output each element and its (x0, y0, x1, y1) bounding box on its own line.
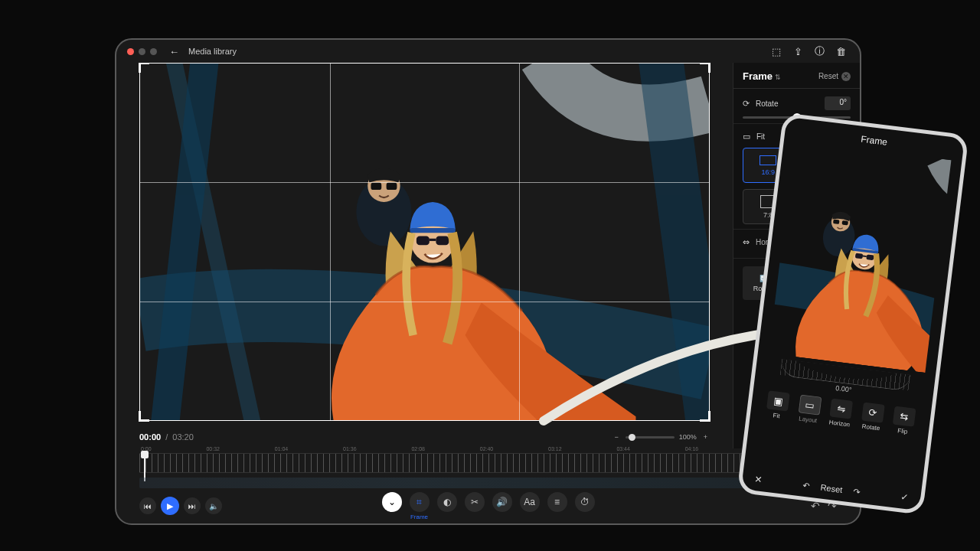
timeline-labels: 0:0000:3201:0401:3602:0802:4003:1203:440… (139, 446, 837, 452)
phone-fit-tool[interactable]: ▣ Fit (761, 390, 795, 422)
crop-handle-top-right[interactable] (700, 63, 710, 73)
zoom-out-button[interactable]: − (612, 433, 620, 441)
tool-palette: ⌄ ⌗ Frame ◐ ✂ 🔊 Aa ≡ ⏱ (382, 492, 595, 520)
download-icon[interactable]: ⬚ (768, 43, 785, 60)
rotate-label: Rotate (756, 99, 818, 108)
next-button[interactable]: ⏭ (184, 497, 201, 514)
tools-chevron-icon[interactable]: ⌄ (382, 492, 402, 512)
play-button[interactable]: ▶ (161, 497, 179, 515)
phone-reset-button[interactable]: Reset (820, 483, 843, 494)
bottom-toolbar: ⏮ ▶ ⏭ 🔈 ⌄ ⌗ Frame ◐ ✂ 🔊 Aa ≡ ⏱ ↶ ↷ (116, 488, 860, 523)
transport-bar: 00:00 / 03:20 − 100% + (139, 429, 710, 445)
crop-handle-bottom-left[interactable] (139, 411, 149, 422)
clip-strip[interactable] (139, 478, 837, 488)
timeline-ruler[interactable]: 0:0000:3201:0401:3602:0802:4003:1203:440… (139, 453, 837, 473)
playhead[interactable] (141, 451, 149, 481)
zoom-value: 100% (679, 433, 697, 441)
back-button[interactable]: ← (169, 46, 179, 57)
close-icon[interactable]: ✕ (841, 72, 851, 81)
horizon-icon: ⇔ (743, 237, 750, 247)
timeline-mark: 01:04 (275, 446, 289, 452)
timeline-mark: 02:40 (480, 446, 494, 452)
sidebar-title: Frame (743, 70, 773, 82)
fit-icon: ▭ (743, 132, 750, 142)
adjust-tool-button[interactable]: ≡ (547, 492, 567, 512)
phone-preview-canvas[interactable] (769, 141, 952, 373)
crop-handle-bottom-right[interactable] (700, 411, 710, 422)
sort-icon[interactable]: ⇅ (775, 73, 781, 81)
share-icon[interactable]: ⇪ (789, 43, 806, 60)
window-minimize-icon[interactable] (139, 48, 145, 55)
preview-canvas[interactable] (139, 63, 710, 421)
timeline-mark: 00:32 (206, 446, 220, 452)
text-tool-button[interactable]: Aa (520, 492, 540, 512)
timeline-mark: 04:16 (685, 446, 699, 452)
time-duration: 03:20 (172, 432, 194, 442)
crop-handle-top-left[interactable] (139, 63, 149, 73)
timeline-mark: 03:44 (616, 446, 630, 452)
speed-tool-button[interactable]: ⏱ (575, 492, 595, 512)
phone-flip-tool[interactable]: ⇆ Flip (887, 406, 920, 437)
phone-layout-tool[interactable]: ▭ Layout (792, 394, 826, 425)
reset-button[interactable]: Reset ✕ (818, 72, 851, 81)
info-icon[interactable]: ⓘ (811, 43, 828, 60)
horizon-icon: ⇋ (829, 398, 853, 419)
flip-icon: ⇆ (893, 406, 916, 427)
time-current: 00:00 (139, 432, 161, 442)
reset-label: Reset (818, 72, 838, 80)
rotate-icon: ⟳ (861, 403, 885, 423)
zoom-in-button[interactable]: + (701, 433, 710, 441)
preview-image (140, 64, 709, 420)
rotate-icon: ⟳ (743, 99, 750, 109)
audio-tool-button[interactable]: 🔊 (492, 492, 512, 512)
timeline-mark: 01:36 (343, 446, 357, 452)
crop-tool-button[interactable]: ✂ (465, 492, 485, 512)
phone-rotate-tool[interactable]: ⟳ Rotate (855, 402, 889, 433)
volume-button[interactable]: 🔈 (205, 497, 222, 514)
window-close-icon[interactable] (127, 48, 134, 55)
zoom-control: − 100% + (612, 433, 710, 441)
phone-undo-button[interactable]: ↶ (802, 480, 811, 491)
rotate-value[interactable]: 0° (825, 96, 851, 110)
window-titlebar: ← Media library ⬚ ⇪ ⓘ 🗑 (116, 40, 860, 63)
window-zoom-icon[interactable] (150, 48, 157, 55)
prev-button[interactable]: ⏮ (139, 497, 156, 514)
timeline-mark: 02:08 (411, 446, 425, 452)
phone-close-button[interactable]: ✕ (754, 474, 763, 485)
phone-confirm-button[interactable]: ✓ (900, 491, 909, 503)
fit-icon: ▣ (766, 390, 790, 411)
layout-icon: ▭ (798, 394, 822, 415)
trash-icon[interactable]: 🗑 (832, 43, 849, 60)
phone-horizon-tool[interactable]: ⇋ Horizon (824, 398, 858, 429)
time-display: 00:00 / 03:20 (139, 432, 194, 442)
zoom-slider[interactable] (626, 436, 675, 439)
phone-redo-button[interactable]: ↷ (852, 486, 861, 497)
lens-tool-button[interactable]: ◐ (437, 492, 457, 512)
window-title: Media library (188, 47, 237, 56)
frame-tool-label: Frame (410, 514, 428, 520)
timeline-mark: 03:12 (548, 446, 562, 452)
frame-tool-button[interactable]: ⌗ (410, 492, 430, 512)
